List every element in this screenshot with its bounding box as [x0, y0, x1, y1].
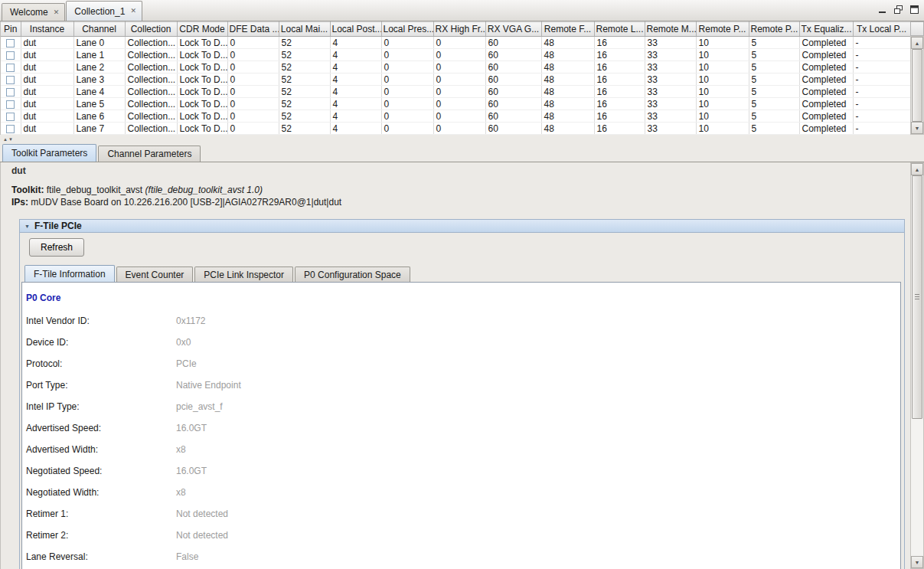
field-label: Intel Vendor ID:	[26, 316, 176, 326]
table-cell: 10	[696, 61, 749, 74]
table-cell: 16	[594, 74, 645, 86]
pin-cell	[1, 86, 21, 98]
pin-checkbox[interactable]	[6, 51, 15, 60]
pin-checkbox[interactable]	[6, 76, 15, 84]
column-header-2[interactable]: Channel	[73, 22, 125, 37]
column-header-12[interactable]: Remote L...	[594, 22, 645, 37]
table-cell: 0	[433, 123, 485, 135]
table-cell: 0	[381, 98, 433, 110]
pin-checkbox[interactable]	[6, 125, 15, 133]
tab-toolkit-parameters[interactable]: Toolkit Parameters	[2, 144, 96, 162]
table-scrollbar-thumb[interactable]	[912, 49, 922, 122]
tab-welcome[interactable]: Welcome ✕	[2, 3, 65, 21]
column-header-1[interactable]: Instance	[21, 22, 73, 37]
table-cell: Collection...	[125, 98, 177, 110]
scroll-up-icon[interactable]: ▲	[911, 163, 923, 175]
table-row[interactable]: dutLane 7Collection...Lock To D...052400…	[1, 123, 910, 135]
scroll-down-icon[interactable]: ▼	[911, 556, 923, 568]
column-header-11[interactable]: Remote F...	[541, 22, 594, 37]
table-header-corner	[910, 21, 924, 36]
table-row[interactable]: dutLane 2Collection...Lock To D...052400…	[1, 61, 910, 74]
pin-cell	[1, 123, 21, 135]
table-cell: -	[853, 61, 910, 74]
table-cell: -	[853, 110, 910, 123]
column-header-7[interactable]: Local Post...	[330, 22, 381, 37]
pin-checkbox[interactable]	[6, 88, 15, 96]
panel-scrollbar[interactable]: ▲ ▼	[910, 162, 924, 569]
collapse-icon[interactable]: ▼	[24, 224, 30, 229]
split-sash[interactable]: ▲▼	[0, 135, 924, 144]
table-row[interactable]: dutLane 4Collection...Lock To D...052400…	[1, 86, 910, 98]
field-row: Retimer 2:Not detected	[22, 525, 900, 546]
table-cell: 4	[330, 37, 381, 49]
table-row[interactable]: dutLane 6Collection...Lock To D...052400…	[1, 110, 910, 123]
table-cell: 52	[279, 123, 330, 135]
column-header-10[interactable]: RX VGA G...	[485, 22, 541, 37]
sash-grip-icon[interactable]: ▲▼	[3, 137, 14, 142]
column-header-0[interactable]: Pin	[1, 22, 21, 37]
close-icon[interactable]: ✕	[130, 8, 136, 15]
tab-ftile-information-label: F-Tile Information	[34, 269, 106, 280]
field-value: Not detected	[176, 509, 228, 519]
table-cell: -	[853, 74, 910, 86]
table-cell: 60	[485, 61, 541, 74]
table-row[interactable]: dutLane 0Collection...Lock To D...052400…	[1, 37, 910, 49]
column-header-8[interactable]: Local Pres...	[381, 22, 433, 37]
column-header-16[interactable]: Tx Equaliz...	[799, 22, 853, 37]
pin-checkbox[interactable]	[6, 113, 15, 121]
column-header-6[interactable]: Local Mai...	[279, 22, 330, 37]
table-row[interactable]: dutLane 1Collection...Lock To D...052400…	[1, 49, 910, 61]
table-scrollbar[interactable]: ▲ ▼	[910, 36, 924, 135]
column-header-14[interactable]: Remote P...	[696, 22, 749, 37]
tab-channel-parameters[interactable]: Channel Parameters	[98, 146, 201, 162]
table-cell: Lane 3	[73, 74, 125, 86]
table-cell: 33	[645, 110, 696, 123]
pin-checkbox[interactable]	[6, 64, 15, 72]
field-row: Protocol:PCIe	[22, 353, 900, 374]
pin-checkbox[interactable]	[6, 100, 15, 109]
column-header-5[interactable]: DFE Data ...	[227, 22, 279, 37]
ftile-pcie-section-header[interactable]: ▼ F-Tile PCIe	[20, 220, 904, 233]
thumb-grip-icon	[915, 294, 919, 301]
column-header-13[interactable]: Remote M...	[645, 22, 696, 37]
field-row: Device ID:0x0	[22, 332, 900, 353]
restore-icon[interactable]	[894, 5, 903, 14]
editor-tab-bar: Welcome ✕ Collection_1 ✕	[0, 0, 924, 21]
minimize-icon[interactable]	[878, 5, 886, 14]
tab-pcie-link-inspector[interactable]: PCIe Link Inspector	[194, 267, 293, 282]
table-cell: 52	[279, 110, 330, 123]
table-cell: 60	[485, 49, 541, 61]
tab-ftile-information[interactable]: F-Tile Information	[24, 265, 115, 282]
column-header-4[interactable]: CDR Mode	[177, 22, 227, 37]
tab-collection-1[interactable]: Collection_1 ✕	[66, 1, 142, 21]
scroll-down-icon[interactable]: ▼	[911, 122, 923, 134]
column-header-9[interactable]: RX High Fr...	[433, 22, 485, 37]
tab-event-counter[interactable]: Event Counter	[116, 267, 194, 282]
maximize-icon[interactable]	[910, 5, 919, 14]
column-header-3[interactable]: Collection	[125, 22, 177, 37]
field-row: Negotiated Speed:16.0GT	[22, 460, 900, 482]
table-cell: 0	[433, 86, 485, 98]
field-label: Port Type:	[26, 380, 176, 391]
table-scrollbar-track[interactable]	[911, 49, 923, 122]
table-row[interactable]: dutLane 3Collection...Lock To D...052400…	[1, 74, 910, 86]
table-row[interactable]: dutLane 5Collection...Lock To D...052400…	[1, 98, 910, 110]
pin-checkbox[interactable]	[6, 39, 15, 47]
column-header-17[interactable]: Tx Local P...	[853, 22, 910, 37]
panel-scrollbar-track[interactable]	[911, 175, 923, 556]
table-cell: Collection...	[125, 61, 177, 74]
table-cell: 10	[696, 123, 749, 135]
field-list: Intel Vendor ID:0x1172Device ID:0x0Proto…	[22, 310, 900, 567]
table-cell: 4	[330, 86, 381, 98]
table-cell: 60	[485, 74, 541, 86]
table-cell: 52	[279, 86, 330, 98]
close-icon[interactable]: ✕	[54, 9, 60, 16]
column-header-15[interactable]: Remote P...	[749, 22, 799, 37]
tab-p0-configuration-space[interactable]: P0 Configuration Space	[295, 267, 410, 282]
refresh-button[interactable]: Refresh	[29, 238, 84, 257]
scroll-up-icon[interactable]: ▲	[911, 37, 923, 49]
table-cell: Lock To D...	[177, 98, 227, 110]
table-cell: 10	[696, 110, 749, 123]
panel-scrollbar-thumb[interactable]	[912, 175, 922, 419]
field-value: pcie_avst_f	[176, 401, 223, 412]
